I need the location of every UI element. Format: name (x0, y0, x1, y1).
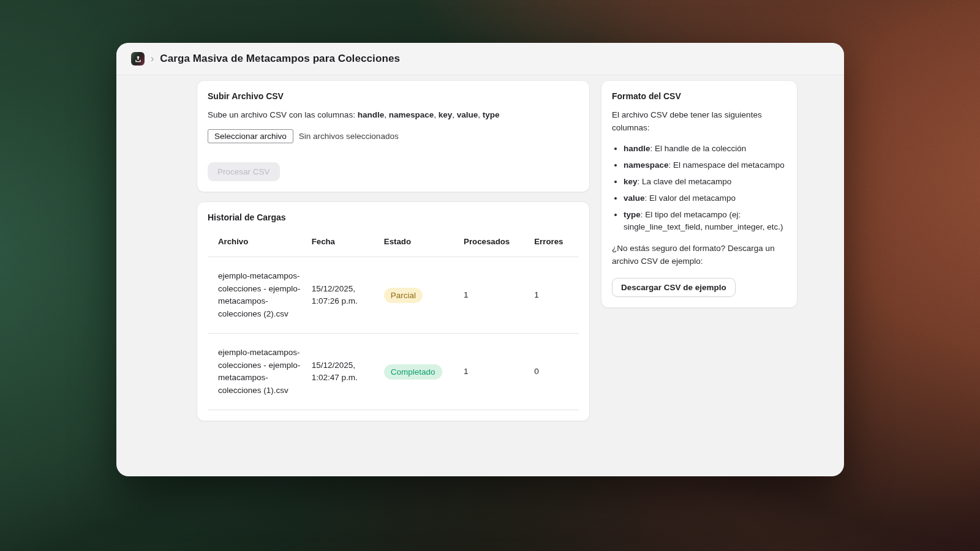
csv-column-name: namespace (389, 110, 434, 119)
table-row: ejemplo-metacampos-colecciones - ejemplo… (208, 334, 579, 410)
process-csv-button[interactable]: Procesar CSV (208, 162, 280, 181)
cell-errores: 0 (534, 334, 579, 410)
table-header-row: ArchivoFechaEstadoProcesadosErrores (208, 231, 579, 257)
format-term: namespace (624, 160, 669, 170)
table-row: ejemplo-metacampos-colecciones - ejemplo… (208, 257, 579, 334)
file-select-button[interactable]: Seleccionar archivo (208, 129, 293, 143)
format-term-description: : El handle de la colección (650, 144, 747, 153)
csv-column-name: type (483, 110, 500, 119)
table-column-header: Errores (534, 231, 579, 257)
format-term: key (624, 177, 638, 186)
cell-procesados: 1 (464, 257, 534, 334)
upload-card-description: Sube un archivo CSV con las columnas: ha… (208, 109, 579, 121)
upload-description-prefix: Sube un archivo CSV con las columnas: (208, 110, 358, 119)
format-list-item: value: El valor del metacampo (624, 192, 786, 205)
cell-fecha: 15/12/2025, 1:02:47 p.m. (312, 334, 384, 410)
format-term: type (624, 210, 641, 219)
status-badge: Parcial (384, 288, 423, 304)
format-term: handle (624, 144, 650, 153)
cell-errores: 1 (534, 257, 579, 334)
cell-procesados: 1 (464, 334, 534, 410)
format-card-title: Formato del CSV (612, 91, 786, 101)
format-column-list: handle: El handle de la colecciónnamespa… (612, 143, 786, 234)
format-list-item: key: La clave del metacampo (624, 176, 786, 189)
file-input-row: Seleccionar archivo Sin archivos selecci… (208, 129, 579, 143)
upload-description-columns: handle, namespace, key, value, type (358, 110, 500, 119)
format-list-item: namespace: El namespace del metacampo (624, 159, 786, 172)
format-term-description: : El namespace del metacampo (669, 160, 785, 170)
format-term-description: : El valor del metacampo (645, 193, 736, 203)
app-window: › Carga Masiva de Metacampos para Colecc… (116, 43, 844, 476)
app-breadcrumb-icon-button[interactable] (131, 52, 145, 66)
history-card-title: Historial de Cargas (208, 212, 579, 222)
upload-icon (134, 55, 142, 63)
upload-history-card: Historial de Cargas ArchivoFechaEstadoPr… (197, 201, 590, 421)
upload-csv-card: Subir Archivo CSV Sube un archivo CSV co… (197, 80, 590, 192)
csv-column-name: handle (358, 110, 385, 119)
format-term: value (624, 193, 645, 203)
breadcrumb-chevron-icon: › (151, 54, 154, 64)
table-column-header: Archivo (208, 231, 312, 257)
upload-history-table: ArchivoFechaEstadoProcesadosErrores ejem… (208, 231, 579, 410)
status-badge: Completado (384, 364, 442, 380)
download-sample-csv-button[interactable]: Descargar CSV de ejemplo (612, 278, 736, 297)
csv-format-card: Formato del CSV El archivo CSV debe tene… (601, 80, 797, 308)
csv-column-name: key (439, 110, 453, 119)
page-title: Carga Masiva de Metacampos para Coleccio… (160, 53, 400, 65)
cell-estado: Completado (384, 334, 464, 410)
csv-column-name: value (457, 110, 478, 119)
table-column-header: Procesados (464, 231, 534, 257)
upload-card-title: Subir Archivo CSV (208, 91, 579, 101)
format-term-description: : El tipo del metacampo (ej: single_line… (624, 210, 783, 232)
cell-estado: Parcial (384, 257, 464, 334)
table-column-header: Fecha (312, 231, 384, 257)
format-intro-text: El archivo CSV debe tener las siguientes… (612, 109, 786, 135)
format-term-description: : La clave del metacampo (638, 177, 732, 186)
format-list-item: type: El tipo del metacampo (ej: single_… (624, 209, 786, 234)
format-list-item: handle: El handle de la colección (624, 143, 786, 156)
cell-archivo: ejemplo-metacampos-colecciones - ejemplo… (208, 257, 312, 334)
table-column-header: Estado (384, 231, 464, 257)
page-content: Subir Archivo CSV Sube un archivo CSV co… (116, 75, 844, 433)
cell-archivo: ejemplo-metacampos-colecciones - ejemplo… (208, 334, 312, 410)
file-input-status-text: Sin archivos seleccionados (299, 132, 399, 141)
app-window-header: › Carga Masiva de Metacampos para Colecc… (116, 43, 844, 75)
cell-fecha: 15/12/2025, 1:07:26 p.m. (312, 257, 384, 334)
format-outro-text: ¿No estás seguro del formato? Descarga u… (612, 242, 786, 268)
left-column: Subir Archivo CSV Sube un archivo CSV co… (197, 80, 590, 421)
